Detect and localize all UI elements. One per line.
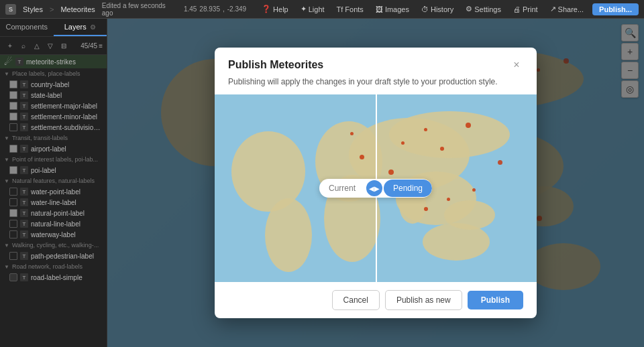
visibility-toggle[interactable] bbox=[9, 91, 17, 99]
search-layers-button[interactable]: ⌕ bbox=[17, 40, 30, 52]
visibility-toggle[interactable] bbox=[9, 252, 17, 260]
group-road-labels[interactable]: ▼ Road network, road-labels bbox=[0, 261, 107, 272]
edited-label: Edited a few seconds ago bbox=[102, 2, 177, 17]
layer-type-icon: T bbox=[20, 113, 28, 121]
help-button[interactable]: ❓ Help bbox=[258, 3, 292, 15]
move-up-button[interactable]: △ bbox=[31, 40, 43, 52]
visibility-toggle[interactable] bbox=[9, 113, 17, 121]
layer-count: 45/45 bbox=[80, 42, 97, 50]
layer-item-road-label-simple[interactable]: T road-label-simple bbox=[0, 272, 107, 283]
visibility-toggle[interactable] bbox=[9, 102, 17, 110]
group-walking-labels[interactable]: ▼ Walking, cycling, etc., walking-... bbox=[0, 240, 107, 251]
arrow-icon: ▼ bbox=[4, 157, 9, 163]
layer-type-icon: T bbox=[20, 91, 28, 99]
group-poi-labels[interactable]: ▼ Point of interest labels, poi-lab... bbox=[0, 154, 107, 165]
delete-layer-button[interactable]: ⊟ bbox=[58, 40, 70, 52]
visibility-toggle[interactable] bbox=[9, 188, 17, 196]
layer-item-poi-label[interactable]: T poi-label bbox=[0, 165, 107, 176]
layer-item-natural-point-label[interactable]: T natural-point-label bbox=[0, 208, 107, 218]
sidebar: Components Layers ⚙ + ⌕ △ ▽ ⊟ 45/45 ≡ ☄ … bbox=[0, 19, 107, 347]
visibility-toggle[interactable] bbox=[9, 80, 17, 88]
group-transit-labels[interactable]: ▼ Transit, transit-labels bbox=[0, 133, 107, 143]
tab-components[interactable]: Components bbox=[0, 19, 54, 36]
modal-description: Publishing will apply the changes in you… bbox=[215, 77, 537, 94]
modal-preview: Current ◀▶ Pending bbox=[215, 94, 537, 282]
move-down-button[interactable]: ▽ bbox=[44, 40, 56, 52]
layer-item-water-point-label[interactable]: T water-point-label bbox=[0, 186, 107, 197]
layer-type-icon: T bbox=[20, 188, 28, 196]
topbar: S Styles > Meteorites Edited a few secon… bbox=[0, 0, 644, 19]
svg-point-19 bbox=[423, 223, 490, 261]
history-button[interactable]: ⏱ History bbox=[418, 4, 457, 15]
print-button[interactable]: 🖨 Print bbox=[510, 4, 541, 15]
modal-close-button[interactable]: × bbox=[510, 58, 523, 72]
main-layout: Components Layers ⚙ + ⌕ △ ▽ ⊟ 45/45 ≡ ☄ … bbox=[0, 19, 644, 347]
publish-button[interactable]: Publish... bbox=[592, 3, 639, 15]
arrow-icon: ▼ bbox=[4, 135, 9, 141]
layer-type-icon: T bbox=[20, 80, 28, 88]
project-name: Meteorites bbox=[60, 5, 95, 13]
layer-item-meteorite-strikes[interactable]: ☄ T meteorite-strikes bbox=[0, 55, 107, 68]
layer-item-country-label[interactable]: T country-label bbox=[0, 79, 107, 90]
layer-type-icon: T bbox=[20, 273, 28, 281]
sidebar-tabs: Components Layers ⚙ bbox=[0, 19, 107, 37]
meteorite-icon: ☄ bbox=[4, 56, 13, 67]
fonts-button[interactable]: Tf Fonts bbox=[333, 4, 367, 15]
layer-type-icon: T bbox=[20, 102, 28, 110]
svg-point-21 bbox=[265, 198, 312, 272]
publish-modal: Publish Meteorites × Publishing will app… bbox=[215, 48, 537, 318]
visibility-toggle[interactable] bbox=[9, 123, 17, 131]
breadcrumb-sep: > bbox=[50, 5, 54, 13]
layer-type-icon: T bbox=[20, 220, 28, 228]
filter-button[interactable]: ≡ bbox=[99, 42, 103, 50]
layer-item-waterway-label[interactable]: T waterway-label bbox=[0, 229, 107, 240]
toggle-pending-button[interactable]: Pending bbox=[384, 180, 432, 197]
settings-button[interactable]: ⚙ Settings bbox=[462, 3, 504, 15]
layer-item-airport-label[interactable]: T airport-label bbox=[0, 143, 107, 154]
layer-item-natural-line-label[interactable]: T natural-line-label bbox=[0, 218, 107, 229]
publish-button[interactable]: Publish bbox=[468, 291, 523, 309]
modal-overlay: Publish Meteorites × Publishing will app… bbox=[107, 19, 644, 347]
add-layer-button[interactable]: + bbox=[4, 40, 16, 52]
layer-item-settlement-minor-label[interactable]: T settlement-minor-label bbox=[0, 111, 107, 122]
layer-type-icon: T bbox=[20, 209, 28, 217]
group-natural-labels[interactable]: ▼ Natural features, natural-labels bbox=[0, 176, 107, 186]
layer-item-settlement-major-label[interactable]: T settlement-major-label bbox=[0, 100, 107, 111]
publish-as-new-button[interactable]: Publish as new bbox=[385, 290, 462, 310]
cancel-button[interactable]: Cancel bbox=[332, 290, 380, 310]
layer-item-water-line-label[interactable]: T water-line-label bbox=[0, 197, 107, 208]
visibility-toggle[interactable] bbox=[9, 220, 17, 228]
layer-type-icon: T bbox=[20, 123, 28, 131]
layer-type-icon: T bbox=[20, 166, 28, 174]
layer-type-icon: T bbox=[15, 58, 23, 66]
layer-item-state-label[interactable]: T state-label bbox=[0, 90, 107, 100]
modal-header: Publish Meteorites × bbox=[215, 48, 537, 77]
modal-title: Publish Meteorites bbox=[228, 59, 323, 71]
layer-item-path-pedestrian-label[interactable]: T path-pedestrian-label bbox=[0, 251, 107, 261]
map-coords: 1.45 28.935, -2.349 bbox=[184, 5, 246, 13]
arrow-icon: ▼ bbox=[4, 71, 9, 77]
tab-layers[interactable]: Layers ⚙ bbox=[54, 19, 107, 36]
toggle-icon: ◀▶ bbox=[366, 180, 382, 196]
visibility-toggle[interactable] bbox=[9, 145, 17, 153]
layers-gear-icon: ⚙ bbox=[90, 23, 96, 31]
road-vis-icon bbox=[9, 273, 17, 281]
layer-item-settlement-subdivision-label[interactable]: T settlement-subdivision-... bbox=[0, 122, 107, 133]
share-button[interactable]: ↗ Share... bbox=[547, 3, 588, 15]
light-button[interactable]: ✦ Light bbox=[297, 3, 328, 15]
app-logo: S bbox=[5, 4, 16, 15]
map-area: 🔍 + − ◎ Publish Meteorites × Publishing … bbox=[107, 19, 644, 347]
layer-type-icon: T bbox=[20, 145, 28, 153]
arrow-icon: ▼ bbox=[4, 178, 9, 184]
visibility-toggle[interactable] bbox=[9, 198, 17, 206]
group-place-labels[interactable]: ▼ Place labels, place-labels bbox=[0, 68, 107, 79]
layer-type-icon: T bbox=[20, 252, 28, 260]
visibility-toggle[interactable] bbox=[9, 230, 17, 238]
images-button[interactable]: 🖼 Images bbox=[372, 4, 413, 15]
toggle-current-button[interactable]: Current bbox=[319, 180, 365, 197]
visibility-toggle[interactable] bbox=[9, 166, 17, 174]
arrow-icon: ▼ bbox=[4, 242, 9, 249]
layer-type-icon: T bbox=[20, 198, 28, 206]
visibility-toggle[interactable] bbox=[9, 209, 17, 217]
arrow-icon: ▼ bbox=[4, 264, 9, 270]
